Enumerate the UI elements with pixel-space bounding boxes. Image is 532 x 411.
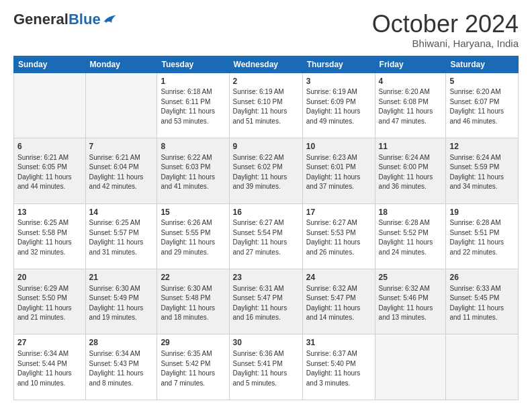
day-number: 3	[306, 76, 371, 87]
cell-info: Sunrise: 6:32 AMSunset: 5:46 PMDaylight:…	[379, 284, 443, 323]
sunset-text: Sunset: 6:11 PM	[161, 98, 210, 105]
day-number: 21	[89, 272, 154, 283]
day-number: 28	[89, 337, 154, 349]
sunset-text: Sunset: 5:54 PM	[233, 229, 283, 236]
cell-info: Sunrise: 6:36 AMSunset: 5:41 PMDaylight:…	[233, 349, 299, 388]
sunset-text: Sunset: 6:03 PM	[161, 163, 210, 171]
daylight-text: Daylight: 11 hours and 14 minutes.	[306, 304, 361, 322]
sunset-text: Sunset: 6:08 PM	[379, 98, 429, 105]
daylight-text: Daylight: 11 hours and 32 minutes.	[17, 238, 72, 256]
table-row: 16Sunrise: 6:27 AMSunset: 5:54 PMDayligh…	[229, 203, 302, 269]
day-number: 30	[233, 337, 299, 349]
cell-info: Sunrise: 6:20 AMSunset: 6:07 PMDaylight:…	[449, 87, 515, 126]
sunset-text: Sunset: 5:58 PM	[17, 229, 67, 236]
cell-info: Sunrise: 6:23 AMSunset: 6:01 PMDaylight:…	[306, 153, 371, 192]
calendar-header-row: Sunday Monday Tuesday Wednesday Thursday…	[14, 56, 519, 73]
logo-bird-icon	[102, 13, 117, 26]
logo-general: General	[13, 11, 69, 28]
sunset-text: Sunset: 5:47 PM	[306, 294, 356, 302]
table-row: 24Sunrise: 6:32 AMSunset: 5:47 PMDayligh…	[302, 269, 375, 334]
sunrise-text: Sunrise: 6:18 AM	[161, 88, 212, 95]
cell-info: Sunrise: 6:21 AMSunset: 6:04 PMDaylight:…	[89, 153, 154, 192]
daylight-text: Daylight: 11 hours and 41 minutes.	[161, 173, 215, 191]
sunrise-text: Sunrise: 6:22 AM	[161, 154, 212, 161]
daylight-text: Daylight: 11 hours and 46 minutes.	[449, 107, 504, 125]
day-number: 5	[449, 76, 515, 87]
daylight-text: Daylight: 11 hours and 36 minutes.	[379, 173, 433, 191]
col-sunday: Sunday	[14, 56, 86, 73]
sunset-text: Sunset: 5:57 PM	[89, 229, 139, 236]
sunset-text: Sunset: 5:55 PM	[161, 229, 210, 236]
day-number: 14	[89, 207, 154, 218]
cell-info: Sunrise: 6:31 AMSunset: 5:47 PMDaylight:…	[233, 284, 299, 323]
sunset-text: Sunset: 5:51 PM	[449, 229, 499, 236]
daylight-text: Daylight: 11 hours and 29 minutes.	[161, 238, 215, 256]
day-number: 19	[449, 207, 515, 218]
sunrise-text: Sunrise: 6:36 AM	[233, 350, 284, 357]
day-number: 23	[233, 272, 299, 283]
logo-text: GeneralBlue	[13, 11, 117, 28]
col-thursday: Thursday	[302, 56, 375, 73]
col-tuesday: Tuesday	[157, 56, 229, 73]
sunrise-text: Sunrise: 6:35 AM	[161, 350, 212, 357]
day-number: 20	[17, 272, 82, 283]
sunset-text: Sunset: 5:59 PM	[449, 163, 499, 171]
table-row: 5Sunrise: 6:20 AMSunset: 6:07 PMDaylight…	[446, 73, 519, 138]
calendar-row: 13Sunrise: 6:25 AMSunset: 5:58 PMDayligh…	[14, 203, 519, 269]
sunset-text: Sunset: 5:40 PM	[306, 360, 356, 367]
logo-blue: Blue	[69, 11, 101, 28]
calendar-table: Sunday Monday Tuesday Wednesday Thursday…	[13, 56, 519, 400]
table-row: 11Sunrise: 6:24 AMSunset: 6:00 PMDayligh…	[375, 138, 446, 203]
location: Bhiwani, Haryana, India	[372, 38, 519, 49]
daylight-text: Daylight: 11 hours and 51 minutes.	[233, 107, 287, 125]
calendar-row: 27Sunrise: 6:34 AMSunset: 5:44 PMDayligh…	[14, 334, 519, 400]
sunrise-text: Sunrise: 6:25 AM	[17, 219, 69, 226]
sunset-text: Sunset: 5:48 PM	[161, 294, 210, 302]
day-number: 4	[379, 76, 443, 87]
day-number: 15	[161, 207, 225, 218]
daylight-text: Daylight: 11 hours and 22 minutes.	[449, 238, 504, 256]
table-row: 13Sunrise: 6:25 AMSunset: 5:58 PMDayligh…	[14, 203, 86, 269]
table-row: 4Sunrise: 6:20 AMSunset: 6:08 PMDaylight…	[375, 73, 446, 138]
table-row: 2Sunrise: 6:19 AMSunset: 6:10 PMDaylight…	[229, 73, 302, 138]
sunset-text: Sunset: 6:07 PM	[449, 98, 499, 105]
cell-info: Sunrise: 6:27 AMSunset: 5:54 PMDaylight:…	[233, 218, 299, 257]
sunrise-text: Sunrise: 6:30 AM	[89, 285, 140, 292]
month-title: October 2024	[372, 11, 519, 38]
sunrise-text: Sunrise: 6:20 AM	[449, 88, 500, 95]
cell-info: Sunrise: 6:30 AMSunset: 5:48 PMDaylight:…	[161, 284, 225, 323]
sunset-text: Sunset: 5:52 PM	[379, 229, 429, 236]
daylight-text: Daylight: 11 hours and 34 minutes.	[449, 173, 504, 191]
sunrise-text: Sunrise: 6:37 AM	[306, 350, 357, 357]
sunset-text: Sunset: 5:41 PM	[233, 360, 283, 367]
sunrise-text: Sunrise: 6:24 AM	[379, 154, 430, 161]
cell-info: Sunrise: 6:34 AMSunset: 5:44 PMDaylight:…	[17, 349, 82, 388]
cell-info: Sunrise: 6:20 AMSunset: 6:08 PMDaylight:…	[379, 87, 443, 126]
sunset-text: Sunset: 6:04 PM	[89, 163, 139, 171]
sunrise-text: Sunrise: 6:27 AM	[306, 219, 357, 226]
col-saturday: Saturday	[446, 56, 519, 73]
col-wednesday: Wednesday	[229, 56, 302, 73]
day-number: 26	[449, 272, 515, 283]
table-row	[375, 334, 446, 400]
day-number: 13	[17, 207, 82, 218]
sunset-text: Sunset: 5:45 PM	[449, 294, 499, 302]
sunset-text: Sunset: 5:47 PM	[233, 294, 283, 302]
table-row: 17Sunrise: 6:27 AMSunset: 5:53 PMDayligh…	[302, 203, 375, 269]
table-row: 22Sunrise: 6:30 AMSunset: 5:48 PMDayligh…	[157, 269, 229, 334]
cell-info: Sunrise: 6:28 AMSunset: 5:52 PMDaylight:…	[379, 218, 443, 257]
sunset-text: Sunset: 6:02 PM	[233, 163, 283, 171]
cell-info: Sunrise: 6:33 AMSunset: 5:45 PMDaylight:…	[449, 284, 515, 323]
daylight-text: Daylight: 11 hours and 24 minutes.	[379, 238, 433, 256]
daylight-text: Daylight: 11 hours and 13 minutes.	[379, 304, 433, 322]
sunset-text: Sunset: 6:00 PM	[379, 163, 429, 171]
header: GeneralBlue October 2024 Bhiwani, Haryan…	[13, 11, 519, 49]
cell-info: Sunrise: 6:29 AMSunset: 5:50 PMDaylight:…	[17, 284, 82, 323]
cell-info: Sunrise: 6:25 AMSunset: 5:57 PMDaylight:…	[89, 218, 154, 257]
calendar-row: 1Sunrise: 6:18 AMSunset: 6:11 PMDaylight…	[14, 73, 519, 138]
day-number: 9	[233, 141, 299, 152]
table-row: 25Sunrise: 6:32 AMSunset: 5:46 PMDayligh…	[375, 269, 446, 334]
cell-info: Sunrise: 6:27 AMSunset: 5:53 PMDaylight:…	[306, 218, 371, 257]
table-row: 31Sunrise: 6:37 AMSunset: 5:40 PMDayligh…	[302, 334, 375, 400]
sunset-text: Sunset: 5:50 PM	[17, 294, 67, 302]
